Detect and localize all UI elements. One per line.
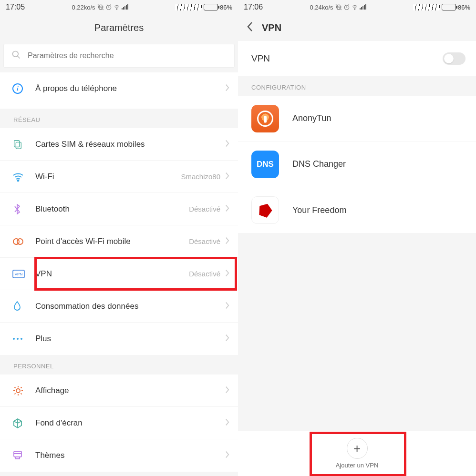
status-right: 86%	[175, 4, 232, 11]
data-usage-row[interactable]: Consommation des données	[0, 290, 238, 323]
chevron-right-icon	[225, 172, 229, 182]
vpn-app-dns-changer[interactable]: DNS DNS Changer	[238, 142, 476, 187]
wifi-label: Wi-Fi	[35, 172, 181, 182]
vpn-toggle-row[interactable]: VPN	[238, 41, 476, 76]
wifi-icon	[352, 4, 358, 10]
anonytun-icon	[251, 105, 279, 132]
vpn-toggle[interactable]	[443, 52, 466, 65]
more-row[interactable]: Plus	[0, 323, 238, 355]
app-name: Your Freedom	[292, 205, 346, 215]
page-title: VPN	[262, 22, 281, 33]
page-title: Paramètres	[0, 14, 238, 41]
chevron-right-icon	[225, 204, 229, 214]
svg-point-15	[21, 338, 22, 340]
svg-line-5	[18, 56, 20, 59]
svg-point-14	[17, 338, 19, 340]
add-vpn-button[interactable]: +	[347, 438, 368, 459]
themes-row[interactable]: Thèmes	[0, 439, 238, 472]
search-input[interactable]	[28, 51, 227, 60]
carrier-label	[413, 4, 440, 10]
data-label: Consommation des données	[35, 302, 225, 311]
chevron-right-icon	[225, 302, 229, 311]
app-name: AnonyTun	[292, 113, 331, 123]
svg-point-13	[13, 338, 15, 340]
signal-icon	[122, 4, 128, 10]
themes-icon	[12, 450, 35, 461]
battery-percent: 86%	[220, 4, 232, 11]
chevron-right-icon	[225, 386, 229, 395]
alarm-icon	[343, 4, 350, 10]
sim-icon	[12, 139, 35, 150]
sim-row[interactable]: Cartes SIM & réseaux mobiles	[0, 128, 238, 161]
vpn-icon: VPN	[12, 270, 35, 278]
status-icons	[97, 4, 128, 10]
status-icons	[335, 4, 366, 10]
battery-percent: 86%	[458, 4, 470, 11]
hotspot-row[interactable]: Point d'accès Wi-Fi mobile Désactivé	[0, 225, 238, 258]
vpn-app-your-freedom[interactable]: Your Freedom	[238, 187, 476, 233]
chevron-right-icon	[225, 84, 229, 93]
chevron-right-icon	[225, 140, 229, 149]
wifi-icon	[114, 4, 120, 10]
svg-line-1	[98, 4, 103, 10]
back-button[interactable]	[247, 21, 253, 34]
status-time: 17:06	[244, 3, 263, 11]
svg-point-21	[354, 9, 355, 10]
bluetooth-label: Bluetooth	[35, 204, 189, 214]
chevron-right-icon	[225, 269, 229, 279]
section-config: CONFIGURATION	[238, 76, 476, 96]
section-personal: PERSONNEL	[0, 355, 238, 375]
wifi-value: Smachizo80	[181, 172, 220, 181]
app-name: DNS Changer	[292, 159, 346, 169]
network-speed: 0,22ko/s	[72, 4, 95, 11]
your-freedom-icon	[251, 196, 279, 224]
battery-icon	[204, 4, 218, 10]
chevron-right-icon	[225, 334, 229, 344]
vpn-header: VPN	[238, 14, 476, 41]
empty-area	[238, 233, 476, 431]
alarm-icon	[105, 4, 112, 10]
sim-label: Cartes SIM & réseaux mobiles	[35, 140, 225, 149]
signal-icon	[360, 4, 366, 10]
bluetooth-value: Désactivé	[189, 205, 220, 213]
vibrate-icon	[335, 4, 342, 10]
vpn-row[interactable]: VPN VPN Désactivé	[0, 258, 238, 290]
vpn-value: Désactivé	[189, 270, 220, 278]
bluetooth-row[interactable]: Bluetooth Désactivé	[0, 193, 238, 225]
vibrate-icon	[97, 4, 104, 10]
status-right: 86%	[413, 4, 470, 11]
vpn-app-anonytun[interactable]: AnonyTun	[238, 96, 476, 142]
hotspot-label: Point d'accès Wi-Fi mobile	[35, 237, 189, 246]
svg-point-10	[17, 239, 23, 244]
status-center: 0,22ko/s	[25, 4, 175, 11]
status-bar: 17:06 0,24ko/s 86%	[238, 0, 476, 14]
hotspot-value: Désactivé	[189, 237, 220, 245]
more-label: Plus	[35, 334, 225, 344]
search-bar[interactable]	[3, 44, 235, 68]
svg-point-3	[116, 9, 117, 10]
network-speed: 0,24ko/s	[310, 4, 333, 11]
wallpaper-label: Fond d'écran	[35, 418, 225, 428]
about-phone-row[interactable]: i À propos du téléphone	[0, 72, 238, 105]
info-icon: i	[12, 83, 35, 94]
battery-icon	[442, 4, 456, 10]
wifi-row[interactable]: Wi-Fi Smachizo80	[0, 161, 238, 193]
more-icon	[12, 337, 35, 341]
vpn-label: VPN	[35, 269, 189, 279]
svg-rect-6	[14, 140, 20, 147]
wallpaper-row[interactable]: Fond d'écran	[0, 407, 238, 439]
wallpaper-icon	[12, 417, 35, 429]
about-label: À propos du téléphone	[35, 84, 225, 93]
display-row[interactable]: Affichage	[0, 375, 238, 407]
display-icon	[12, 385, 35, 396]
svg-rect-17	[14, 451, 21, 457]
hotspot-icon	[12, 237, 35, 246]
wifi-icon	[12, 172, 35, 182]
chevron-right-icon	[225, 237, 229, 246]
vpn-screen: 17:06 0,24ko/s 86% VPN VPN CONFIGURATION	[238, 0, 476, 476]
section-network: RÉSEAU	[0, 109, 238, 128]
add-vpn-area: + Ajouter un VPN	[238, 431, 476, 476]
svg-line-19	[336, 4, 341, 10]
chevron-right-icon	[225, 418, 229, 428]
status-center: 0,24ko/s	[263, 4, 413, 11]
